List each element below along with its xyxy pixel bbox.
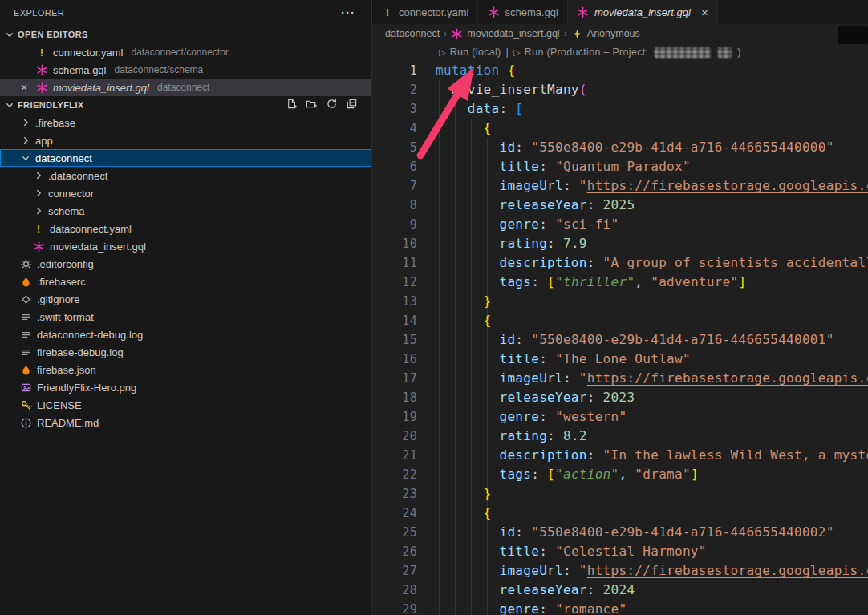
code-line[interactable]: 23 } — [372, 484, 868, 504]
codelens-divider: | — [506, 43, 509, 62]
code-line[interactable]: 25 id: "550e8400-e29b-41d4-a716-44665544… — [372, 523, 868, 542]
tree-item-dataconnect.yaml[interactable]: !dataconnect.yaml — [0, 220, 371, 237]
gql-icon — [35, 81, 48, 94]
code-line[interactable]: 22 tags: ["action", "drama"] — [372, 465, 868, 484]
code-line[interactable]: 27 imageUrl: "https://firebasestorage.go… — [372, 561, 868, 581]
gql-icon — [487, 6, 500, 18]
code-text: } — [417, 292, 492, 311]
flame-icon — [19, 363, 32, 376]
tree-item-connector[interactable]: connector — [0, 184, 371, 202]
code-line[interactable]: 9 genre: "sci-fi" — [372, 215, 868, 234]
tree-item-dataconnect-debug.log[interactable]: dataconnect-debug.log — [0, 326, 371, 343]
line-number: 16 — [372, 350, 417, 369]
tree-item-.swift-format[interactable]: .swift-format — [0, 308, 371, 326]
code-line[interactable]: 26 title: "Celestial Harmony" — [372, 542, 868, 561]
new-folder-icon[interactable] — [306, 98, 320, 112]
tree-item-firebase.json[interactable]: firebase.json — [0, 361, 371, 378]
line-number: 26 — [372, 542, 417, 561]
tree-item-label: dataconnect.yaml — [50, 223, 132, 235]
code-line[interactable]: 1mutation { — [372, 61, 868, 80]
close-icon[interactable]: × — [701, 6, 708, 18]
new-file-icon[interactable] — [286, 98, 300, 112]
code-line[interactable]: 2 movie_insertMany( — [372, 80, 868, 99]
code-line[interactable]: 6 title: "Quantum Paradox" — [372, 157, 868, 176]
tree-item-app[interactable]: app — [0, 131, 371, 149]
tree-item-moviedata_insert.gql[interactable]: moviedata_insert.gql — [0, 237, 371, 255]
file-path: dataconnect — [157, 82, 209, 93]
open-editor-item[interactable]: !connector.yamldataconnect/connector — [0, 43, 371, 61]
line-number: 21 — [372, 446, 417, 465]
close-icon[interactable]: × — [21, 81, 35, 94]
chevron-down-icon — [3, 28, 16, 41]
collapse-all-icon[interactable] — [346, 98, 360, 112]
code-line[interactable]: 14 { — [372, 311, 868, 330]
line-number: 29 — [372, 600, 417, 615]
refresh-icon[interactable] — [326, 98, 340, 112]
tree-item-label: .editorconfig — [37, 258, 94, 270]
open-editors-header[interactable]: OPEN EDITORS — [0, 26, 371, 43]
tree-item-FriendlyFlix-Hero.png[interactable]: FriendlyFlix-Hero.png — [0, 378, 371, 396]
tree-item-.firebase[interactable]: .firebase — [0, 114, 371, 131]
flame-icon — [19, 275, 32, 288]
code-line[interactable]: 15 id: "550e8400-e29b-41d4-a716-44665544… — [372, 330, 868, 350]
breadcrumb: dataconnect›moviedata_insert.gql›Anonymo… — [372, 24, 868, 43]
run-local-label: Run (local) — [450, 43, 501, 62]
warn-icon: ! — [32, 222, 45, 235]
code-line[interactable]: 13 } — [372, 292, 868, 311]
code-line[interactable]: 7 imageUrl: "https://firebasestorage.goo… — [372, 176, 868, 196]
codelens-run-production[interactable]: ▷ Run (Production – Project: ) — [513, 43, 741, 62]
tree-item-label: README.md — [37, 417, 99, 429]
code-line[interactable]: 19 genre: "western" — [372, 407, 868, 427]
file-name: connector.yaml — [53, 47, 123, 59]
code-line[interactable]: 12 tags: ["thriller", "adventure"] — [372, 273, 868, 292]
breadcrumb-item[interactable]: moviedata_insert.gql — [467, 28, 559, 39]
tree-item-.dataconnect[interactable]: .dataconnect — [0, 167, 371, 184]
gql-icon — [32, 240, 45, 253]
code-line[interactable]: 18 releaseYear: 2023 — [372, 388, 868, 407]
code-editor[interactable]: ▷ Run (local) | ▷ Run (Production – Proj… — [372, 43, 868, 615]
code-line[interactable]: 28 releaseYear: 2024 — [372, 581, 868, 600]
play-icon: ▷ — [513, 43, 521, 62]
breadcrumb-item[interactable]: Anonymous — [587, 28, 640, 39]
open-editor-item[interactable]: schema.gqldataconnect/schema — [0, 61, 371, 79]
tree-item-README.md[interactable]: README.md — [0, 414, 371, 431]
code-line[interactable]: 4 { — [372, 119, 868, 138]
tree-item-.gitignore[interactable]: .gitignore — [0, 290, 371, 308]
code-line[interactable]: 11 description: "A group of scientists a… — [372, 253, 868, 273]
line-number: 14 — [372, 311, 417, 330]
tree-item-schema[interactable]: schema — [0, 202, 371, 220]
code-line[interactable]: 29 genre: "romance" — [372, 600, 868, 615]
breadcrumb-item[interactable]: dataconnect — [385, 28, 440, 39]
line-number: 6 — [372, 157, 417, 176]
code-line[interactable]: 5 id: "550e8400-e29b-41d4-a716-446655440… — [372, 138, 868, 157]
code-line[interactable]: 3 data: [ — [372, 99, 868, 119]
tab-moviedata_insert.gql[interactable]: moviedata_insert.gql× — [568, 0, 718, 24]
codelens-run-local[interactable]: ▷ Run (local) — [439, 43, 501, 62]
tab-schema.gql[interactable]: schema.gql — [478, 0, 567, 24]
tree-item-firebase-debug.log[interactable]: firebase-debug.log — [0, 343, 371, 361]
close-paren: ) — [737, 43, 740, 62]
code-text: data: [ — [417, 99, 523, 119]
code-line[interactable]: 17 imageUrl: "https://firebasestorage.go… — [372, 369, 868, 388]
line-number: 27 — [372, 561, 417, 581]
code-line[interactable]: 20 rating: 8.2 — [372, 427, 868, 446]
code-line[interactable]: 24 { — [372, 504, 868, 523]
tree-item-.editorconfig[interactable]: .editorconfig — [0, 255, 371, 273]
tree-item-dataconnect[interactable]: dataconnect — [0, 149, 371, 167]
code-line[interactable]: 16 title: "The Lone Outlaw" — [372, 350, 868, 369]
tree-item-.firebaserc[interactable]: .firebaserc — [0, 273, 371, 290]
code-text: description: "A group of scientists acci… — [417, 253, 868, 273]
workspace-header[interactable]: FRIENDLYFLIX — [0, 96, 371, 114]
tree-item-LICENSE[interactable]: LICENSE — [0, 396, 371, 414]
code-line[interactable]: 21 description: "In the lawless Wild Wes… — [372, 446, 868, 465]
more-actions-icon[interactable]: ··· — [341, 9, 355, 17]
open-editor-item[interactable]: ×moviedata_insert.gqldataconnect — [0, 79, 371, 96]
tab-label: schema.gql — [505, 6, 558, 18]
git-icon — [19, 293, 32, 305]
tree-item-label: dataconnect — [35, 152, 92, 164]
code-line[interactable]: 8 releaseYear: 2025 — [372, 196, 868, 215]
code-line[interactable]: 10 rating: 7.9 — [372, 234, 868, 253]
tab-connector.yaml[interactable]: !connector.yaml — [372, 0, 478, 24]
code-text: rating: 7.9 — [417, 234, 587, 253]
redacted-block — [838, 26, 868, 44]
